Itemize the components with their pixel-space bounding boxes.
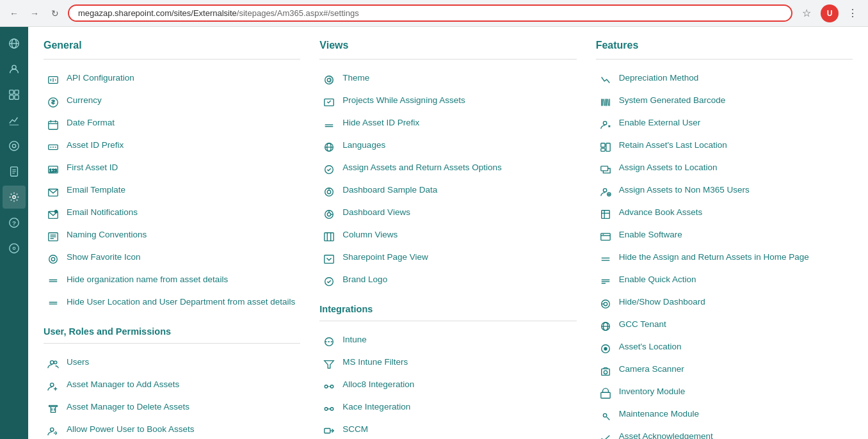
column-general: General API Configuration Currency xyxy=(44,40,300,439)
assign-non-m365-label: Assign Assets to Non M365 Users xyxy=(619,184,750,196)
menu-hide-user-location[interactable]: Hide User Location and User Department f… xyxy=(44,292,300,315)
menu-dashboard-views[interactable]: Dashboard Views xyxy=(319,203,576,225)
show-favorite-label: Show Favorite Icon xyxy=(67,251,141,264)
sidebar-item-globe[interactable] xyxy=(3,32,26,55)
retain-last-location-icon xyxy=(599,140,613,154)
menu-camera-scanner[interactable]: Camera Scanner xyxy=(596,360,853,382)
menu-sharepoint-page-view[interactable]: Sharepoint Page View xyxy=(319,248,576,270)
menu-first-asset-id[interactable]: 123 First Asset ID xyxy=(44,158,300,180)
menu-assign-to-location[interactable]: Assign Assets to Location xyxy=(596,158,853,180)
menu-show-favorite[interactable]: Show Favorite Icon xyxy=(44,248,300,270)
svg-line-88 xyxy=(604,99,604,106)
sidebar-item-tools[interactable] xyxy=(3,237,26,260)
asset-manager-delete-label: Asset Manager to Delete Assets xyxy=(67,401,189,413)
email-template-label: Email Template xyxy=(67,184,125,196)
refresh-button[interactable]: ↻ xyxy=(47,6,63,21)
menu-gcc-tenant[interactable]: GCC Tenant xyxy=(596,315,853,337)
menu-advance-book[interactable]: Advance Book Assets xyxy=(596,203,853,225)
menu-enable-software[interactable]: Enable Software xyxy=(596,225,853,248)
menu-asset-acknowledgement[interactable]: Asset Acknowledgement xyxy=(596,427,853,439)
menu-system-barcode[interactable]: System Generated Barcode xyxy=(596,91,853,113)
user-avatar[interactable]: U xyxy=(821,4,839,22)
user-roles-title: User, Roles and Permissions xyxy=(44,326,300,337)
menu-email-template[interactable]: Email Template xyxy=(44,180,300,203)
svg-text:?: ? xyxy=(12,219,16,227)
enable-software-label: Enable Software xyxy=(619,229,682,241)
menu-naming-conventions[interactable]: Naming Conventions xyxy=(44,225,300,248)
svg-point-83 xyxy=(331,408,334,411)
svg-point-40 xyxy=(49,255,58,264)
svg-point-54 xyxy=(51,428,54,431)
forward-button[interactable]: → xyxy=(27,6,42,21)
menu-retain-last-location[interactable]: Retain Asset's Last Location xyxy=(596,136,853,158)
menu-depreciation-method[interactable]: Depreciation Method xyxy=(596,68,853,91)
menu-theme[interactable]: Theme xyxy=(319,68,576,91)
menu-users[interactable]: Users xyxy=(44,353,300,375)
menu-column-views[interactable]: Column Views xyxy=(319,225,576,248)
email-notifications-icon xyxy=(46,207,60,221)
menu-asset-manager-delete[interactable]: Asset Manager to Delete Assets xyxy=(44,397,300,420)
menu-hide-asset-id-prefix[interactable]: Hide Asset ID Prefix xyxy=(319,113,576,136)
menu-email-notifications[interactable]: Email Notifications xyxy=(44,203,300,225)
menu-ms-intune-filters[interactable]: MS Intune Filters xyxy=(319,353,576,375)
menu-maintenance-module[interactable]: Maintenance Module xyxy=(596,404,853,427)
menu-asset-id-prefix[interactable]: Asset ID Prefix xyxy=(44,136,300,158)
menu-languages[interactable]: Languages xyxy=(319,136,576,158)
allow-power-user-label: Allow Power User to Book Assets xyxy=(67,424,195,436)
allow-power-user-icon xyxy=(46,424,60,438)
svg-point-100 xyxy=(603,189,606,192)
main-layout: ? General API Configuration xyxy=(0,27,868,439)
svg-point-122 xyxy=(604,347,607,350)
svg-rect-99 xyxy=(600,166,607,171)
menu-hide-show-dashboard[interactable]: Hide/Show Dashboard xyxy=(596,292,853,315)
hide-show-dashboard-label: Hide/Show Dashboard xyxy=(619,296,705,308)
ms-intune-filters-label: MS Intune Filters xyxy=(342,356,408,369)
naming-conventions-label: Naming Conventions xyxy=(67,229,147,241)
enable-external-user-label: Enable External User xyxy=(619,117,701,129)
svg-rect-5 xyxy=(15,90,19,94)
address-bar[interactable]: megazap.sharepoint.com/sites/Externalsit… xyxy=(68,4,792,22)
menu-currency[interactable]: Currency xyxy=(44,91,300,113)
menu-kace[interactable]: Kace Integeration xyxy=(319,397,576,420)
bookmark-button[interactable]: ☆ xyxy=(798,4,816,22)
menu-assign-return-options[interactable]: Assign Assets and Return Assets Options xyxy=(319,158,576,180)
sidebar-item-document[interactable] xyxy=(3,160,26,183)
menu-allow-power-user[interactable]: Allow Power User to Book Assets xyxy=(44,420,300,439)
menu-hide-org-name[interactable]: Hide organization name from asset detail… xyxy=(44,270,300,292)
menu-assets-location[interactable]: Asset's Location xyxy=(596,337,853,360)
menu-enable-quick-action[interactable]: Enable Quick Action xyxy=(596,270,853,292)
sidebar-item-chart[interactable] xyxy=(3,109,26,132)
menu-inventory-module[interactable]: Inventory Module xyxy=(596,382,853,404)
menu-api-config[interactable]: API Configuration xyxy=(44,68,300,91)
sidebar-item-grid[interactable] xyxy=(3,83,26,106)
menu-hide-assign-return[interactable]: Hide the Assign and Return Assets in Hom… xyxy=(596,248,853,270)
asset-id-prefix-icon xyxy=(46,140,60,154)
menu-enable-external-user[interactable]: Enable External User xyxy=(596,113,853,136)
hide-org-name-label: Hide organization name from asset detail… xyxy=(67,274,228,286)
inventory-module-label: Inventory Module xyxy=(619,386,686,398)
back-button[interactable]: ← xyxy=(6,6,22,21)
menu-sccm[interactable]: SCCM xyxy=(319,420,576,439)
menu-asset-manager-add[interactable]: Asset Manager to Add Assets xyxy=(44,375,300,397)
sidebar-item-user[interactable] xyxy=(3,58,26,81)
menu-brand-logo[interactable]: Brand Logo xyxy=(319,270,576,292)
enable-external-user-icon xyxy=(599,118,613,132)
menu-intune[interactable]: Intune xyxy=(319,330,576,353)
svg-rect-51 xyxy=(49,406,58,407)
menu-alloc8[interactable]: Alloc8 Integeration xyxy=(319,375,576,397)
svg-text:123: 123 xyxy=(49,168,57,173)
menu-projects-assigning[interactable]: Projects While Assigning Assets xyxy=(319,91,576,113)
maintenance-module-label: Maintenance Module xyxy=(619,408,699,420)
menu-assign-non-m365[interactable]: Assign Assets to Non M365 Users xyxy=(596,180,853,203)
alloc8-label: Alloc8 Integeration xyxy=(342,379,414,391)
sidebar-item-help[interactable]: ? xyxy=(3,211,26,234)
menu-button[interactable]: ⋮ xyxy=(844,4,862,22)
assign-to-location-label: Assign Assets to Location xyxy=(619,162,718,174)
sidebar-item-link[interactable] xyxy=(3,134,26,157)
svg-point-47 xyxy=(54,361,57,364)
gcc-tenant-label: GCC Tenant xyxy=(619,319,666,331)
sidebar-item-settings[interactable] xyxy=(3,186,26,209)
menu-date-format[interactable]: Date Format xyxy=(44,113,300,136)
menu-dashboard-sample[interactable]: Dashboard Sample Data xyxy=(319,180,576,203)
views-title: Views xyxy=(319,40,576,51)
